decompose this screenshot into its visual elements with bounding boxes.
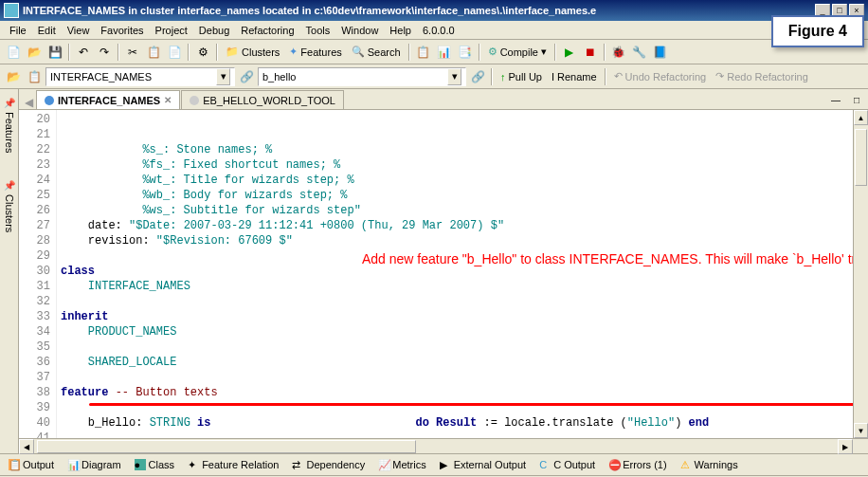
paste-icon[interactable]: 📄 [165, 43, 184, 62]
tabbar: ◀ INTERFACE_NAMES ✕ EB_HELLO_WORLD_TOOL … [19, 89, 868, 110]
chevron-down-icon[interactable]: ▾ [447, 68, 461, 85]
tab-hello-world[interactable]: EB_HELLO_WORLD_TOOL [181, 90, 344, 109]
debug-icon-3[interactable]: 📘 [651, 43, 670, 62]
class-dropdown[interactable]: INTERFACE_NAMES ▾ [45, 67, 235, 86]
undo-icon[interactable]: ↶ [74, 43, 93, 62]
code-line[interactable]: PRODUCT_NAMES [61, 324, 849, 339]
clusters-button[interactable]: 📁Clusters [222, 46, 283, 58]
close-icon[interactable]: ✕ [164, 95, 172, 105]
new-icon[interactable]: 📄 [4, 43, 23, 62]
copy-icon[interactable]: 📋 [144, 43, 163, 62]
scroll-up-icon[interactable]: ▲ [854, 110, 868, 125]
menu-window[interactable]: Window [335, 23, 384, 38]
btab-diagram[interactable]: 📊Diagram [61, 456, 128, 473]
btab-output[interactable]: 📋Output [2, 456, 61, 473]
tab-nav-left-icon[interactable]: ◀ [25, 96, 33, 109]
menu-file[interactable]: File [4, 23, 32, 38]
code-line[interactable]: inherit [61, 309, 849, 324]
nav-icon-2[interactable]: 📋 [25, 67, 44, 86]
redo-icon[interactable]: ↷ [95, 43, 114, 62]
minimize-panel-icon[interactable]: — [826, 90, 845, 109]
scroll-thumb-h[interactable] [37, 440, 416, 453]
code-line[interactable] [61, 370, 849, 385]
btab-class[interactable]: ●Class [128, 456, 182, 473]
btab-c-output[interactable]: CC Output [533, 456, 602, 473]
feature-dropdown-value: b_hello [262, 71, 296, 83]
code-line[interactable] [61, 339, 849, 355]
annotation-underline [89, 403, 853, 406]
side-tab-features[interactable]: 📌 Features [2, 93, 17, 156]
scroll-down-icon[interactable]: ▼ [854, 423, 868, 438]
btab-dependency[interactable]: ⇄Dependency [285, 456, 371, 473]
code-line[interactable]: date: "$Date: 2007-03-29 11:12:41 +0800 … [61, 218, 849, 233]
code-area[interactable]: %s_: Stone names; % %fs_: Fixed shortcut… [57, 110, 853, 438]
feature-dropdown[interactable]: b_hello ▾ [258, 67, 466, 86]
tool-icon-2[interactable]: 📊 [435, 43, 454, 62]
pin-icon: 📌 [4, 179, 14, 191]
menu-refactoring[interactable]: Refactoring [235, 23, 299, 38]
toolbar-nav: 📂 📋 INTERFACE_NAMES ▾ 🔗 b_hello ▾ 🔗 ↑Pul… [0, 64, 868, 89]
code-line[interactable]: %ws_: Subtitle for wizards step" [61, 203, 849, 218]
main-area: 📌 Features 📌 Clusters ◀ INTERFACE_NAMES … [0, 89, 868, 453]
code-line[interactable]: feature -- Button texts [61, 385, 849, 400]
features-button[interactable]: ✦Features [285, 46, 345, 58]
feature-link-icon[interactable]: 🔗 [468, 67, 487, 86]
tool-icon-3[interactable]: 📑 [456, 43, 475, 62]
menu-view[interactable]: View [62, 23, 96, 38]
line-gutter: 2021222324252627282930313233343536373839… [19, 110, 57, 438]
menubar: File Edit View Favorites Project Debug R… [0, 21, 868, 40]
pullup-button[interactable]: ↑Pull Up [497, 71, 546, 83]
menu-help[interactable]: Help [384, 23, 417, 38]
undo-refactoring-button[interactable]: ↶Undo Refactoring [610, 70, 711, 83]
vertical-scrollbar[interactable]: ▲ ▼ [853, 110, 868, 438]
menu-favorites[interactable]: Favorites [95, 23, 149, 38]
compile-button[interactable]: ⚙Compile▾ [484, 46, 551, 58]
editor-wrap: ◀ INTERFACE_NAMES ✕ EB_HELLO_WORLD_TOOL … [19, 89, 868, 453]
pin-icon: 📌 [4, 97, 14, 108]
menu-edit[interactable]: Edit [32, 23, 62, 38]
code-line[interactable]: INTERFACE_NAMES [61, 279, 849, 294]
code-editor[interactable]: 2021222324252627282930313233343536373839… [19, 110, 868, 438]
menu-debug[interactable]: Debug [193, 23, 235, 38]
scroll-left-icon[interactable]: ◀ [19, 439, 34, 454]
code-line[interactable]: SHARED_LOCALE [61, 355, 849, 370]
code-line[interactable]: %wb_: Body for wizards step; % [61, 188, 849, 203]
scroll-right-icon[interactable]: ▶ [838, 439, 853, 454]
run-icon[interactable]: ▶ [560, 43, 579, 62]
tool-icon-1[interactable]: 📋 [414, 43, 433, 62]
cut-icon[interactable]: ✂ [123, 43, 142, 62]
horizontal-scrollbar[interactable]: ◀ ▶ [19, 438, 868, 453]
debug-icon-1[interactable]: 🐞 [609, 43, 628, 62]
chevron-down-icon[interactable]: ▾ [216, 68, 230, 85]
btab-warnings[interactable]: ⚠Warnings [674, 456, 745, 473]
btab-feature-relation[interactable]: ✦Feature Relation [181, 456, 285, 473]
menu-project[interactable]: Project [150, 23, 193, 38]
code-line[interactable]: %fs_: Fixed shortcut names; % [61, 157, 849, 173]
debug-icon-2[interactable]: 🔧 [630, 43, 649, 62]
scroll-thumb[interactable] [855, 129, 867, 186]
class-link-icon[interactable]: 🔗 [237, 67, 256, 86]
side-tab-clusters[interactable]: 📌 Clusters [2, 175, 17, 236]
code-line[interactable] [61, 431, 849, 438]
menu-tools[interactable]: Tools [300, 23, 336, 38]
code-line[interactable]: %s_: Stone names; % [61, 142, 849, 157]
search-button[interactable]: 🔍Search [348, 46, 405, 58]
code-line[interactable]: b_Hello: STRING is do Result := locale.t… [61, 415, 849, 431]
maximize-panel-icon[interactable]: □ [847, 90, 866, 109]
app-icon [4, 3, 19, 18]
side-tabs: 📌 Features 📌 Clusters [0, 89, 19, 453]
code-line[interactable]: %wt_: Title for wizards step; % [61, 173, 849, 188]
save-icon[interactable]: 💾 [45, 43, 64, 62]
rename-button[interactable]: IRename [548, 71, 601, 83]
code-line[interactable] [61, 294, 849, 309]
redo-refactoring-button[interactable]: ↷Redo Refactoring [712, 70, 812, 83]
btab-external-output[interactable]: ▶External Output [433, 456, 533, 473]
btab-errors[interactable]: ⛔Errors (1) [602, 456, 673, 473]
stop-icon[interactable]: ⏹ [581, 43, 600, 62]
nav-icon-1[interactable]: 📂 [4, 67, 23, 86]
tab-interface-names[interactable]: INTERFACE_NAMES ✕ [36, 90, 180, 109]
code-line[interactable]: revision: "$Revision: 67609 $" [61, 233, 849, 248]
open-icon[interactable]: 📂 [25, 43, 44, 62]
settings-icon[interactable]: ⚙ [193, 43, 212, 62]
btab-metrics[interactable]: 📈Metrics [371, 456, 432, 473]
